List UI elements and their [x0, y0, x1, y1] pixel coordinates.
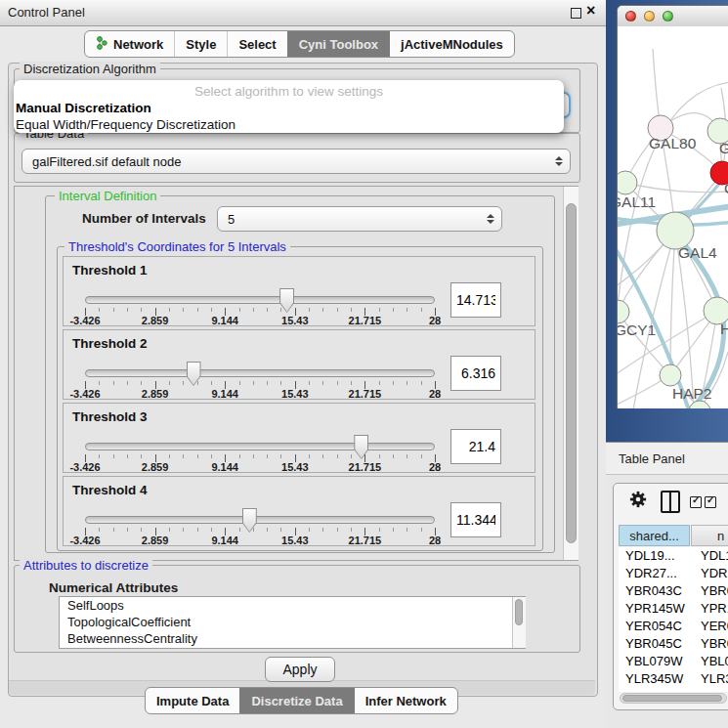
- threshold-value-field[interactable]: [450, 429, 501, 464]
- tick-mark: [169, 454, 170, 458]
- number-of-intervals-combobox[interactable]: 5: [217, 206, 502, 232]
- tab-network[interactable]: Network: [85, 31, 174, 57]
- tick-mark: [253, 528, 254, 532]
- table-row[interactable]: YIL052CYIL0: [619, 688, 728, 692]
- tick-mark: [407, 528, 407, 532]
- show-column-checkbox-icon[interactable]: [690, 496, 702, 508]
- threshold-value-field[interactable]: [450, 356, 501, 391]
- network-icon: [96, 36, 108, 53]
- slider-tick-labels: -3.4262.8599.14415.4321.71528: [85, 315, 435, 326]
- tick-mark: [407, 308, 407, 312]
- close-traffic-light-icon[interactable]: [625, 11, 636, 21]
- tick-mark: [351, 454, 352, 458]
- table-row[interactable]: YDL19...YDL1: [619, 547, 728, 565]
- attributes-list-scrollbar-thumb[interactable]: [515, 599, 523, 625]
- tick-mark: [309, 381, 310, 385]
- table-data-combobox[interactable]: galFiltered.sif default node: [21, 149, 571, 174]
- dropdown-option-equal-width-frequency[interactable]: Equal Width/Frequency Discretization: [14, 116, 566, 133]
- interval-definition-label: Interval Definition: [55, 189, 160, 203]
- table-row[interactable]: YDR27...YDR2: [619, 565, 728, 582]
- show-column-checkbox-icon[interactable]: [705, 496, 716, 508]
- threshold-slider-track[interactable]: [85, 443, 435, 450]
- list-item[interactable]: BetweennessCentrality: [60, 630, 525, 647]
- table-horizontal-scrollbar-thumb[interactable]: [622, 695, 722, 702]
- tick-mark: [407, 454, 407, 458]
- tick-label: 2.859: [142, 388, 169, 400]
- table-column-header-name[interactable]: n: [691, 525, 728, 546]
- table-row[interactable]: YBR045CYBR0: [619, 635, 728, 653]
- table-column-header-shared-name[interactable]: shared...: [619, 525, 690, 546]
- tick-label: -3.426: [69, 388, 100, 400]
- tick-mark: [337, 454, 338, 458]
- tick-mark: [169, 528, 170, 532]
- network-node-gcy1[interactable]: [618, 300, 629, 323]
- vertical-scrollbar-thumb[interactable]: [566, 203, 577, 543]
- tick-label: 2.859: [142, 461, 169, 473]
- network-node-hap2[interactable]: [660, 364, 681, 386]
- slider-tick-labels: -3.4262.8599.14415.4321.71528: [85, 388, 435, 400]
- table-row[interactable]: YPR145WYPR1: [619, 600, 728, 618]
- table-cell-shared-name: YER054C: [625, 619, 682, 633]
- tab-cyni-toolbox[interactable]: Cyni Toolbox: [287, 31, 389, 57]
- tick-mark: [280, 454, 281, 458]
- network-node[interactable]: [689, 401, 710, 408]
- tick-mark: [141, 308, 142, 312]
- vertical-scrollbar[interactable]: [563, 187, 578, 560]
- tick-mark: [421, 381, 422, 385]
- tick-label: 28: [429, 388, 441, 400]
- gear-icon[interactable]: [629, 491, 647, 512]
- threshold-slider-track[interactable]: [85, 296, 435, 304]
- table-row[interactable]: YBL079WYBL0: [619, 653, 728, 670]
- threshold-slider-track[interactable]: [85, 516, 435, 524]
- table-row[interactable]: YBR043CYBR0: [619, 582, 728, 600]
- tab-impute-data[interactable]: Impute Data: [146, 688, 239, 713]
- tick-label: 21.715: [349, 388, 382, 400]
- tick-mark: [127, 308, 128, 312]
- numerical-attributes-list[interactable]: SelfLoopsTopologicalCoefficientBetweenne…: [59, 596, 526, 649]
- table-horizontal-scrollbar[interactable]: [620, 693, 727, 704]
- apply-button[interactable]: Apply: [265, 657, 335, 682]
- dropdown-placeholder-item[interactable]: Select algorithm to view settings: [14, 83, 564, 100]
- attributes-list-scrollbar[interactable]: [512, 597, 526, 648]
- table-cell-shared-name: YPR145W: [625, 601, 685, 616]
- list-item[interactable]: SelfLoops: [60, 597, 525, 614]
- number-of-intervals-value: 5: [228, 212, 235, 227]
- tab-select[interactable]: Select: [227, 31, 286, 57]
- zoom-traffic-light-icon[interactable]: [663, 11, 673, 21]
- table-row[interactable]: YER054CYER0: [619, 618, 728, 635]
- tab-style[interactable]: Style: [174, 31, 227, 57]
- tick-label: 15.43: [281, 535, 309, 546]
- threshold-title: Threshold 4: [72, 483, 148, 497]
- network-canvas[interactable]: GAL80GACGAL11GAL4GCY1HHAP2: [618, 26, 728, 408]
- threshold-panel-2: Threshold 2-3.4262.8599.14415.4321.71528: [63, 329, 535, 400]
- network-edge[interactable]: [670, 231, 675, 375]
- tab-discretize-data[interactable]: Discretize Data: [239, 688, 353, 713]
- table-panel-title: Table Panel: [619, 451, 685, 466]
- tab-label: Select: [238, 37, 276, 52]
- network-node-gal11[interactable]: [618, 171, 637, 194]
- threshold-slider-track[interactable]: [85, 369, 435, 377]
- split-panel-icon[interactable]: [661, 491, 680, 513]
- tick-mark: [141, 528, 142, 532]
- table-cell-name: YLR3: [701, 671, 728, 686]
- tick-mark: [169, 308, 170, 312]
- tab-infer-network[interactable]: Infer Network: [354, 688, 457, 713]
- tab-jactivemnodules[interactable]: jActiveMNodules: [389, 31, 514, 57]
- tick-mark: [127, 528, 128, 532]
- tick-mark: [253, 308, 254, 312]
- table-row[interactable]: YLR345WYLR3: [619, 670, 728, 688]
- tick-mark: [197, 381, 198, 385]
- threshold-value-field[interactable]: [450, 282, 501, 318]
- tick-mark: [239, 381, 240, 385]
- float-window-icon[interactable]: [571, 8, 581, 19]
- threshold-panel-4: Threshold 4-3.4262.8599.14415.4321.71528: [63, 476, 535, 546]
- tick-mark: [322, 308, 323, 312]
- list-item[interactable]: TopologicalCoefficient: [60, 614, 525, 630]
- threshold-title: Threshold 1: [72, 263, 148, 278]
- close-icon[interactable]: ×: [586, 2, 595, 20]
- tick-mark: [113, 528, 114, 532]
- threshold-value-field[interactable]: [450, 502, 501, 537]
- minimize-traffic-light-icon[interactable]: [644, 11, 655, 21]
- tab-label: Cyni Toolbox: [299, 37, 378, 52]
- dropdown-option-manual-discretization[interactable]: Manual Discretization: [14, 100, 566, 116]
